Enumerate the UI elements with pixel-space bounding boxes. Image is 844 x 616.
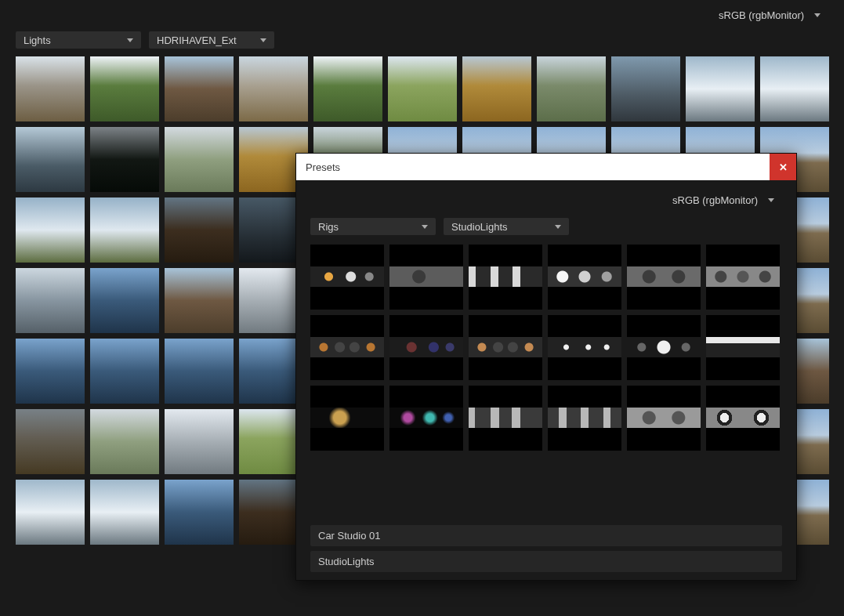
modal-colorspace-dropdown[interactable]: sRGB (rgbMonitor) xyxy=(665,191,782,208)
dialog-title: Presets xyxy=(306,161,340,173)
modal-colorspace-label: sRGB (rgbMonitor) xyxy=(672,194,758,206)
hdri-thumb[interactable] xyxy=(165,197,234,263)
close-button[interactable]: ✕ xyxy=(770,154,796,180)
library-name-value: StudioLights xyxy=(318,556,375,567)
chevron-down-icon xyxy=(422,225,428,229)
hdri-thumb[interactable] xyxy=(16,409,85,474)
studio-thumb[interactable] xyxy=(706,386,780,451)
hdri-thumb[interactable] xyxy=(16,127,85,192)
studio-thumb[interactable] xyxy=(389,245,463,310)
studio-thumb[interactable] xyxy=(548,245,621,310)
chevron-down-icon xyxy=(260,38,266,42)
presets-dialog: Presets ✕ sRGB (rgbMonitor) Rigs StudioL… xyxy=(295,153,797,581)
modal-library-dropdown[interactable]: StudioLights xyxy=(444,218,569,235)
modal-category-dropdown[interactable]: Rigs xyxy=(310,218,436,235)
hdri-thumb[interactable] xyxy=(16,56,85,121)
hdri-thumb[interactable] xyxy=(165,56,234,121)
studio-thumb[interactable] xyxy=(548,386,621,451)
studio-thumb[interactable] xyxy=(706,245,780,310)
hdri-thumb[interactable] xyxy=(611,56,680,121)
hdri-thumb[interactable] xyxy=(760,56,829,121)
studio-thumb[interactable] xyxy=(706,315,780,380)
hdri-thumb[interactable] xyxy=(90,268,159,333)
hdri-thumb[interactable] xyxy=(165,480,234,545)
hdri-thumb[interactable] xyxy=(90,339,159,404)
hdri-thumb[interactable] xyxy=(90,197,159,263)
hdri-thumb[interactable] xyxy=(165,339,234,404)
library-dropdown[interactable]: HDRIHAVEN_Ext xyxy=(149,31,274,49)
dialog-header: Presets ✕ xyxy=(296,154,796,180)
category-label: Lights xyxy=(24,34,51,46)
library-name-field[interactable]: StudioLights xyxy=(310,551,782,572)
close-icon: ✕ xyxy=(779,161,788,173)
studio-grid xyxy=(310,245,782,451)
hdri-thumb[interactable] xyxy=(90,409,159,474)
colorspace-label: sRGB (rgbMonitor) xyxy=(719,9,804,21)
hdri-thumb[interactable] xyxy=(239,56,308,121)
studio-thumb[interactable] xyxy=(310,245,384,310)
preset-name-field[interactable]: Car Studio 01 xyxy=(310,525,782,546)
studio-thumb[interactable] xyxy=(627,245,701,310)
studio-thumb[interactable] xyxy=(627,386,701,451)
studio-thumb[interactable] xyxy=(627,315,701,380)
chevron-down-icon xyxy=(814,13,820,17)
hdri-thumb[interactable] xyxy=(686,56,755,121)
hdri-thumb[interactable] xyxy=(16,480,85,545)
chevron-down-icon xyxy=(127,38,133,42)
hdri-thumb[interactable] xyxy=(90,480,159,545)
studio-thumb[interactable] xyxy=(469,245,542,310)
hdri-thumb[interactable] xyxy=(165,127,234,192)
studio-thumb[interactable] xyxy=(310,315,384,380)
hdri-thumb[interactable] xyxy=(165,409,234,474)
studio-thumb[interactable] xyxy=(469,315,542,380)
chevron-down-icon xyxy=(768,198,774,202)
hdri-thumb[interactable] xyxy=(165,268,234,333)
studio-thumb[interactable] xyxy=(310,386,384,451)
hdri-thumb[interactable] xyxy=(16,339,85,404)
studio-thumb[interactable] xyxy=(389,315,463,380)
library-label: HDRIHAVEN_Ext xyxy=(157,34,237,46)
preset-name-value: Car Studio 01 xyxy=(318,530,381,542)
studio-thumb[interactable] xyxy=(469,386,542,451)
category-dropdown[interactable]: Lights xyxy=(16,31,141,49)
studio-thumb[interactable] xyxy=(548,315,621,380)
hdri-thumb[interactable] xyxy=(537,56,606,121)
hdri-thumb[interactable] xyxy=(388,56,457,121)
hdri-thumb[interactable] xyxy=(90,56,159,121)
modal-library-label: StudioLights xyxy=(451,221,508,233)
hdri-thumb[interactable] xyxy=(462,56,531,121)
studio-thumb[interactable] xyxy=(389,386,463,451)
hdri-thumb[interactable] xyxy=(313,56,382,121)
hdri-thumb[interactable] xyxy=(16,197,85,263)
chevron-down-icon xyxy=(555,225,561,229)
hdri-thumb[interactable] xyxy=(90,127,159,192)
colorspace-dropdown[interactable]: sRGB (rgbMonitor) xyxy=(711,6,828,24)
modal-category-label: Rigs xyxy=(318,221,339,233)
hdri-thumb[interactable] xyxy=(16,268,85,333)
